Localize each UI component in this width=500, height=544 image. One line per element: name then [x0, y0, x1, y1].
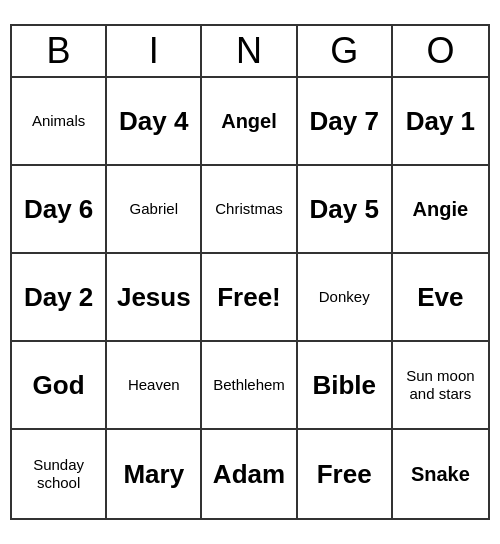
cell-text-22: Adam: [213, 460, 285, 489]
bingo-cell-0: Animals: [12, 78, 107, 166]
cell-text-23: Free: [317, 460, 372, 489]
cell-text-15: God: [33, 371, 85, 400]
cell-text-10: Day 2: [24, 283, 93, 312]
cell-text-1: Day 4: [119, 107, 188, 136]
cell-text-3: Day 7: [310, 107, 379, 136]
cell-text-0: Animals: [32, 112, 85, 130]
cell-text-16: Heaven: [128, 376, 180, 394]
bingo-header: BINGO: [12, 26, 488, 78]
bingo-cell-19: Sun moon and stars: [393, 342, 488, 430]
bingo-cell-1: Day 4: [107, 78, 202, 166]
bingo-card: BINGO AnimalsDay 4AngelDay 7Day 1Day 6Ga…: [10, 24, 490, 520]
cell-text-19: Sun moon and stars: [397, 367, 484, 403]
bingo-grid: AnimalsDay 4AngelDay 7Day 1Day 6GabrielC…: [12, 78, 488, 518]
bingo-cell-5: Day 6: [12, 166, 107, 254]
cell-text-21: Mary: [123, 460, 184, 489]
cell-text-20: Sunday school: [16, 456, 101, 492]
bingo-cell-11: Jesus: [107, 254, 202, 342]
bingo-cell-14: Eve: [393, 254, 488, 342]
bingo-cell-12: Free!: [202, 254, 297, 342]
bingo-cell-4: Day 1: [393, 78, 488, 166]
bingo-cell-18: Bible: [298, 342, 393, 430]
cell-text-4: Day 1: [406, 107, 475, 136]
bingo-cell-13: Donkey: [298, 254, 393, 342]
cell-text-13: Donkey: [319, 288, 370, 306]
bingo-cell-20: Sunday school: [12, 430, 107, 518]
bingo-cell-22: Adam: [202, 430, 297, 518]
bingo-cell-2: Angel: [202, 78, 297, 166]
bingo-cell-3: Day 7: [298, 78, 393, 166]
header-letter-b: B: [12, 26, 107, 76]
cell-text-9: Angie: [413, 198, 469, 220]
cell-text-7: Christmas: [215, 200, 283, 218]
cell-text-5: Day 6: [24, 195, 93, 224]
cell-text-2: Angel: [221, 110, 277, 132]
bingo-cell-17: Bethlehem: [202, 342, 297, 430]
bingo-cell-6: Gabriel: [107, 166, 202, 254]
header-letter-n: N: [202, 26, 297, 76]
bingo-cell-7: Christmas: [202, 166, 297, 254]
bingo-cell-15: God: [12, 342, 107, 430]
header-letter-i: I: [107, 26, 202, 76]
bingo-cell-16: Heaven: [107, 342, 202, 430]
header-letter-g: G: [298, 26, 393, 76]
cell-text-11: Jesus: [117, 283, 191, 312]
bingo-cell-8: Day 5: [298, 166, 393, 254]
cell-text-14: Eve: [417, 283, 463, 312]
bingo-cell-10: Day 2: [12, 254, 107, 342]
cell-text-8: Day 5: [310, 195, 379, 224]
bingo-cell-9: Angie: [393, 166, 488, 254]
header-letter-o: O: [393, 26, 488, 76]
cell-text-12: Free!: [217, 283, 281, 312]
cell-text-17: Bethlehem: [213, 376, 285, 394]
bingo-cell-24: Snake: [393, 430, 488, 518]
bingo-cell-23: Free: [298, 430, 393, 518]
cell-text-6: Gabriel: [130, 200, 178, 218]
cell-text-18: Bible: [312, 371, 376, 400]
bingo-cell-21: Mary: [107, 430, 202, 518]
cell-text-24: Snake: [411, 463, 470, 485]
